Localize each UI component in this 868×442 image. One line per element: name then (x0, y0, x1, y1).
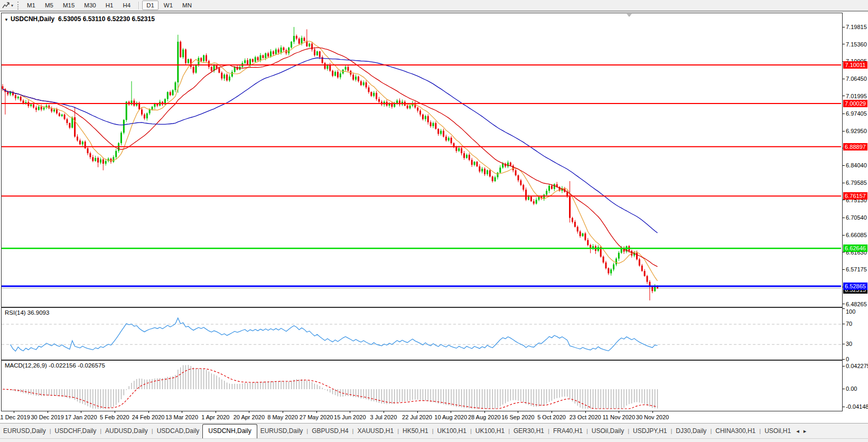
current-price-badge: 6.52315 (843, 286, 867, 294)
timeframe-button-h4[interactable]: H4 (118, 1, 135, 10)
hline-price-badge: 6.62646 (843, 244, 867, 252)
date-axis-label: 17 Jan 2020 (57, 414, 105, 420)
hline-price-badge: 7.10011 (843, 61, 867, 69)
timeframe-button-m1[interactable]: M1 (23, 1, 40, 10)
tab-uk100-h1[interactable]: UK100,H1 (472, 424, 508, 438)
tab-usdcnh-daily[interactable]: USDCNH,Daily (202, 424, 257, 439)
price-axis-label: 6.48265 (846, 301, 867, 307)
timeframe-button-h1[interactable]: H1 (101, 1, 118, 10)
tab-uk100-h1[interactable]: UK100,H1 (434, 424, 470, 438)
date-axis-label: 30 Nov 2020 (629, 414, 676, 420)
tabs-track: EURUSD,Daily|USDCHF,Daily|AUDUSD,Daily|U… (0, 424, 808, 438)
tab-dj30-daily[interactable]: DJ30,Daily (673, 424, 710, 438)
macd-label: MACD(12,26,9) -0.022156 -0.026575 (5, 362, 105, 369)
date-axis-label: 20 Apr 2020 (225, 414, 273, 420)
tab-xauusd-h1[interactable]: XAUUSD,H1 (354, 424, 397, 438)
price-axis-tick (843, 200, 845, 200)
tab-fra40-h1[interactable]: FRA40,H1 (550, 424, 586, 438)
rsi-axis-tick (843, 308, 845, 309)
price-axis-label: 7.19815 (846, 24, 867, 30)
hline-price-badge: 6.76157 (843, 192, 867, 200)
date-axis-label: 5 Oct 2020 (528, 414, 575, 420)
price-axis-label: 7.10905 (846, 58, 867, 64)
timeframe-button-m5[interactable]: M5 (41, 1, 58, 10)
price-axis-label: 6.97405 (846, 110, 867, 117)
tab-gbpusd-h4[interactable]: GBPUSD,H4 (309, 424, 351, 438)
macd-axis-tick (843, 389, 845, 389)
rsi-axis-label: 100 (846, 308, 855, 315)
chart-title: ▼USDCNH,Daily 6.53005 6.53110 6.52230 6.… (4, 15, 155, 23)
tabs-scroll-right-icon[interactable]: ▸ (801, 428, 809, 435)
price-axis-tick (843, 27, 845, 27)
tab-eurusd-daily[interactable]: EURUSD,Daily (257, 424, 306, 438)
timeframe-button-w1[interactable]: W1 (160, 1, 177, 10)
rsi-axis-tick (843, 324, 845, 324)
date-axis-label: 24 Feb 2020 (125, 414, 172, 420)
tabs-scroll-left-icon[interactable]: ◂ (794, 428, 801, 435)
tab-eurusd-daily[interactable]: EURUSD,Daily (0, 424, 49, 438)
rsi-axis-tick (843, 344, 845, 344)
toolbar-grip[interactable] (17, 2, 18, 10)
timeframe-button-m15[interactable]: M15 (59, 1, 79, 10)
date-axis-label: 8 May 2020 (259, 414, 306, 420)
toolbar: ▾ M1M5M15M30H1H4D1W1MN (0, 0, 868, 12)
price-axis-label: 7.01995 (846, 93, 867, 99)
price-axis-tick (843, 79, 845, 79)
timeframe-button-m30[interactable]: M30 (80, 1, 100, 10)
symbol-title: USDCNH,Daily (11, 15, 54, 23)
main-chart-panel[interactable] (1, 13, 843, 307)
date-axis-label: 30 Dec 2019 (24, 414, 71, 420)
macd-axis-label: 0.042275 (846, 363, 868, 369)
price-axis-label: 7.15360 (846, 41, 867, 48)
rsi-axis-label: 70 (846, 321, 852, 327)
toolbar-divider (138, 2, 139, 10)
macd-axis-label: 0.00 (846, 385, 857, 392)
price-axis-tick (843, 61, 845, 62)
tab-audusd-daily[interactable]: AUDUSD,Daily (102, 424, 151, 438)
rsi-axis-label: 30 (846, 341, 852, 347)
tab-ger30-h1[interactable]: GER30,H1 (510, 424, 547, 438)
tab-china300-h1[interactable]: CHINA300,H1 (712, 424, 759, 438)
price-axis-label: 6.52720 (846, 284, 867, 290)
tab-hk50-h1[interactable]: HK50,H1 (399, 424, 432, 438)
bottom-strip (0, 438, 868, 442)
price-axis-label: 6.57175 (846, 266, 867, 272)
price-axis-label: 6.88495 (846, 145, 867, 152)
hline-price-badge: 6.52865 (843, 283, 867, 290)
date-axis-label: 5 Feb 2020 (91, 414, 138, 420)
price-axis-tick (843, 183, 845, 183)
price-axis-tick (843, 287, 845, 287)
date-axis-label: 11 Nov 2020 (595, 414, 642, 420)
timeframe-button-mn[interactable]: MN (178, 1, 196, 10)
collapse-caret-icon[interactable]: ▼ (4, 17, 8, 22)
chart-shift-marker-icon[interactable] (627, 14, 632, 17)
tab-usoil-h1[interactable]: USOil,H1 (761, 424, 794, 438)
tab-usoil-daily[interactable]: USOil,Daily (589, 424, 627, 438)
timeframe-button-d1[interactable]: D1 (142, 1, 158, 10)
tab-usdchf-daily[interactable]: USDCHF,Daily (52, 424, 100, 438)
tab-usdcad-daily[interactable]: USDCAD,Daily (154, 424, 203, 438)
price-axis-label: 6.84040 (846, 162, 867, 168)
price-axis-tick (843, 96, 845, 96)
price-axis-tick (843, 44, 845, 44)
date-axis-label: 16 Sep 2020 (494, 414, 542, 420)
macd-indicator-panel[interactable] (1, 360, 843, 411)
price-axis-tick (843, 114, 845, 114)
date-axis-label: 23 Oct 2020 (562, 414, 609, 420)
dropdown-caret-icon[interactable]: ▾ (11, 3, 13, 8)
macd-axis-label: -0.04148 (846, 403, 868, 410)
price-axis-label: 6.70540 (846, 214, 867, 221)
tab-usdjpy-h1[interactable]: USDJPY,H1 (630, 424, 670, 438)
rsi-indicator-panel[interactable] (1, 307, 843, 360)
chart-cursor-icon[interactable] (2, 2, 11, 10)
date-axis-label: 10 Aug 2020 (427, 414, 474, 420)
price-axis-tick (843, 218, 845, 218)
date-axis-label: 3 Jul 2020 (360, 414, 407, 420)
date-axis-label: 13 Mar 2020 (158, 414, 206, 420)
price-axis-tick (843, 269, 845, 270)
price-axis-tick (843, 304, 845, 304)
date-axis-label: 11 Dec 2019 (0, 414, 38, 420)
ohlc-values: 6.53005 6.53110 6.52230 6.52315 (58, 15, 155, 23)
price-axis-label: 6.75130 (846, 197, 867, 203)
price-axis-tick (843, 165, 845, 166)
